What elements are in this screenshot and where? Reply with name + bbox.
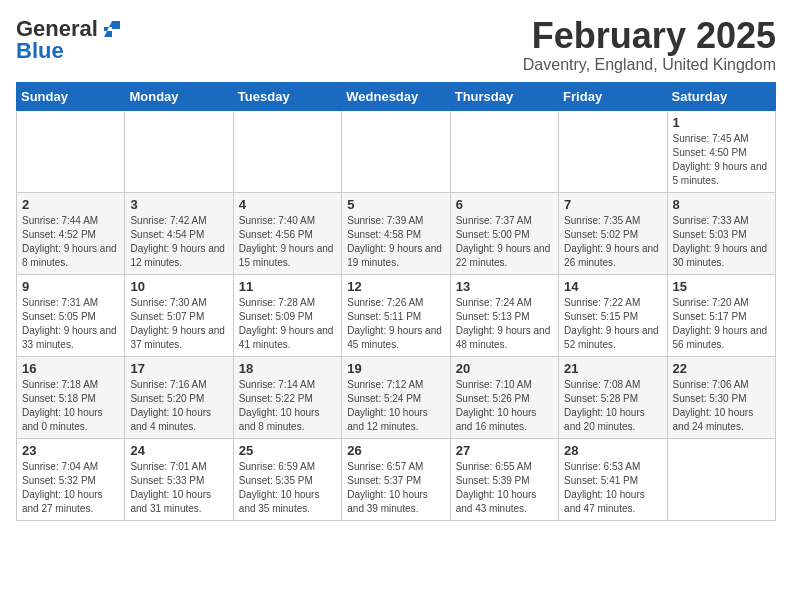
calendar-cell: 18Sunrise: 7:14 AM Sunset: 5:22 PM Dayli… bbox=[233, 356, 341, 438]
calendar-cell: 10Sunrise: 7:30 AM Sunset: 5:07 PM Dayli… bbox=[125, 274, 233, 356]
calendar-cell: 8Sunrise: 7:33 AM Sunset: 5:03 PM Daylig… bbox=[667, 192, 775, 274]
calendar-cell: 2Sunrise: 7:44 AM Sunset: 4:52 PM Daylig… bbox=[17, 192, 125, 274]
calendar-cell bbox=[233, 110, 341, 192]
day-number: 4 bbox=[239, 197, 336, 212]
weekday-header-row: SundayMondayTuesdayWednesdayThursdayFrid… bbox=[17, 82, 776, 110]
calendar-cell: 5Sunrise: 7:39 AM Sunset: 4:58 PM Daylig… bbox=[342, 192, 450, 274]
calendar-cell: 27Sunrise: 6:55 AM Sunset: 5:39 PM Dayli… bbox=[450, 438, 558, 520]
day-number: 13 bbox=[456, 279, 553, 294]
day-info: Sunrise: 7:26 AM Sunset: 5:11 PM Dayligh… bbox=[347, 296, 444, 352]
day-info: Sunrise: 7:01 AM Sunset: 5:33 PM Dayligh… bbox=[130, 460, 227, 516]
calendar-cell: 1Sunrise: 7:45 AM Sunset: 4:50 PM Daylig… bbox=[667, 110, 775, 192]
day-number: 19 bbox=[347, 361, 444, 376]
day-number: 21 bbox=[564, 361, 661, 376]
day-number: 17 bbox=[130, 361, 227, 376]
day-info: Sunrise: 7:24 AM Sunset: 5:13 PM Dayligh… bbox=[456, 296, 553, 352]
day-info: Sunrise: 7:16 AM Sunset: 5:20 PM Dayligh… bbox=[130, 378, 227, 434]
day-info: Sunrise: 6:57 AM Sunset: 5:37 PM Dayligh… bbox=[347, 460, 444, 516]
day-number: 15 bbox=[673, 279, 770, 294]
calendar-cell: 23Sunrise: 7:04 AM Sunset: 5:32 PM Dayli… bbox=[17, 438, 125, 520]
day-number: 11 bbox=[239, 279, 336, 294]
calendar-cell: 28Sunrise: 6:53 AM Sunset: 5:41 PM Dayli… bbox=[559, 438, 667, 520]
calendar-cell: 25Sunrise: 6:59 AM Sunset: 5:35 PM Dayli… bbox=[233, 438, 341, 520]
day-number: 2 bbox=[22, 197, 119, 212]
day-info: Sunrise: 7:22 AM Sunset: 5:15 PM Dayligh… bbox=[564, 296, 661, 352]
weekday-sunday: Sunday bbox=[17, 82, 125, 110]
logo-blue: Blue bbox=[16, 38, 64, 64]
calendar-cell: 16Sunrise: 7:18 AM Sunset: 5:18 PM Dayli… bbox=[17, 356, 125, 438]
calendar-cell: 6Sunrise: 7:37 AM Sunset: 5:00 PM Daylig… bbox=[450, 192, 558, 274]
day-info: Sunrise: 7:20 AM Sunset: 5:17 PM Dayligh… bbox=[673, 296, 770, 352]
day-number: 24 bbox=[130, 443, 227, 458]
calendar-cell: 22Sunrise: 7:06 AM Sunset: 5:30 PM Dayli… bbox=[667, 356, 775, 438]
day-info: Sunrise: 7:44 AM Sunset: 4:52 PM Dayligh… bbox=[22, 214, 119, 270]
day-info: Sunrise: 7:06 AM Sunset: 5:30 PM Dayligh… bbox=[673, 378, 770, 434]
day-number: 23 bbox=[22, 443, 119, 458]
day-info: Sunrise: 7:31 AM Sunset: 5:05 PM Dayligh… bbox=[22, 296, 119, 352]
logo: General Blue bbox=[16, 16, 120, 64]
week-row-1: 2Sunrise: 7:44 AM Sunset: 4:52 PM Daylig… bbox=[17, 192, 776, 274]
week-row-4: 23Sunrise: 7:04 AM Sunset: 5:32 PM Dayli… bbox=[17, 438, 776, 520]
calendar-cell bbox=[559, 110, 667, 192]
day-info: Sunrise: 7:42 AM Sunset: 4:54 PM Dayligh… bbox=[130, 214, 227, 270]
calendar-cell: 11Sunrise: 7:28 AM Sunset: 5:09 PM Dayli… bbox=[233, 274, 341, 356]
day-info: Sunrise: 7:18 AM Sunset: 5:18 PM Dayligh… bbox=[22, 378, 119, 434]
day-info: Sunrise: 7:40 AM Sunset: 4:56 PM Dayligh… bbox=[239, 214, 336, 270]
day-info: Sunrise: 7:35 AM Sunset: 5:02 PM Dayligh… bbox=[564, 214, 661, 270]
day-info: Sunrise: 7:39 AM Sunset: 4:58 PM Dayligh… bbox=[347, 214, 444, 270]
day-number: 1 bbox=[673, 115, 770, 130]
calendar-cell: 12Sunrise: 7:26 AM Sunset: 5:11 PM Dayli… bbox=[342, 274, 450, 356]
day-info: Sunrise: 7:30 AM Sunset: 5:07 PM Dayligh… bbox=[130, 296, 227, 352]
calendar-cell: 4Sunrise: 7:40 AM Sunset: 4:56 PM Daylig… bbox=[233, 192, 341, 274]
day-info: Sunrise: 6:53 AM Sunset: 5:41 PM Dayligh… bbox=[564, 460, 661, 516]
calendar-cell bbox=[450, 110, 558, 192]
weekday-monday: Monday bbox=[125, 82, 233, 110]
day-number: 27 bbox=[456, 443, 553, 458]
day-number: 18 bbox=[239, 361, 336, 376]
day-number: 5 bbox=[347, 197, 444, 212]
calendar-cell bbox=[667, 438, 775, 520]
calendar-cell: 14Sunrise: 7:22 AM Sunset: 5:15 PM Dayli… bbox=[559, 274, 667, 356]
day-info: Sunrise: 7:08 AM Sunset: 5:28 PM Dayligh… bbox=[564, 378, 661, 434]
day-number: 20 bbox=[456, 361, 553, 376]
calendar-cell bbox=[342, 110, 450, 192]
day-number: 9 bbox=[22, 279, 119, 294]
calendar-table: SundayMondayTuesdayWednesdayThursdayFrid… bbox=[16, 82, 776, 521]
day-info: Sunrise: 7:04 AM Sunset: 5:32 PM Dayligh… bbox=[22, 460, 119, 516]
day-number: 25 bbox=[239, 443, 336, 458]
day-info: Sunrise: 7:12 AM Sunset: 5:24 PM Dayligh… bbox=[347, 378, 444, 434]
weekday-friday: Friday bbox=[559, 82, 667, 110]
weekday-saturday: Saturday bbox=[667, 82, 775, 110]
calendar-cell: 15Sunrise: 7:20 AM Sunset: 5:17 PM Dayli… bbox=[667, 274, 775, 356]
day-number: 14 bbox=[564, 279, 661, 294]
svg-marker-0 bbox=[104, 21, 120, 37]
day-number: 26 bbox=[347, 443, 444, 458]
location: Daventry, England, United Kingdom bbox=[523, 56, 776, 74]
calendar-cell: 7Sunrise: 7:35 AM Sunset: 5:02 PM Daylig… bbox=[559, 192, 667, 274]
calendar-cell: 17Sunrise: 7:16 AM Sunset: 5:20 PM Dayli… bbox=[125, 356, 233, 438]
calendar-cell: 9Sunrise: 7:31 AM Sunset: 5:05 PM Daylig… bbox=[17, 274, 125, 356]
month-title: February 2025 bbox=[523, 16, 776, 56]
day-number: 10 bbox=[130, 279, 227, 294]
weekday-wednesday: Wednesday bbox=[342, 82, 450, 110]
day-info: Sunrise: 6:59 AM Sunset: 5:35 PM Dayligh… bbox=[239, 460, 336, 516]
day-number: 8 bbox=[673, 197, 770, 212]
day-info: Sunrise: 7:45 AM Sunset: 4:50 PM Dayligh… bbox=[673, 132, 770, 188]
weekday-thursday: Thursday bbox=[450, 82, 558, 110]
calendar-cell bbox=[17, 110, 125, 192]
calendar-cell: 26Sunrise: 6:57 AM Sunset: 5:37 PM Dayli… bbox=[342, 438, 450, 520]
day-info: Sunrise: 7:37 AM Sunset: 5:00 PM Dayligh… bbox=[456, 214, 553, 270]
title-block: February 2025 Daventry, England, United … bbox=[523, 16, 776, 74]
day-info: Sunrise: 7:33 AM Sunset: 5:03 PM Dayligh… bbox=[673, 214, 770, 270]
day-info: Sunrise: 7:28 AM Sunset: 5:09 PM Dayligh… bbox=[239, 296, 336, 352]
logo-flag-icon bbox=[100, 19, 120, 39]
page-header: General Blue February 2025 Daventry, Eng… bbox=[16, 16, 776, 74]
calendar-cell: 20Sunrise: 7:10 AM Sunset: 5:26 PM Dayli… bbox=[450, 356, 558, 438]
weekday-tuesday: Tuesday bbox=[233, 82, 341, 110]
day-number: 22 bbox=[673, 361, 770, 376]
calendar-cell: 24Sunrise: 7:01 AM Sunset: 5:33 PM Dayli… bbox=[125, 438, 233, 520]
day-number: 28 bbox=[564, 443, 661, 458]
day-number: 7 bbox=[564, 197, 661, 212]
calendar-cell: 19Sunrise: 7:12 AM Sunset: 5:24 PM Dayli… bbox=[342, 356, 450, 438]
day-number: 12 bbox=[347, 279, 444, 294]
